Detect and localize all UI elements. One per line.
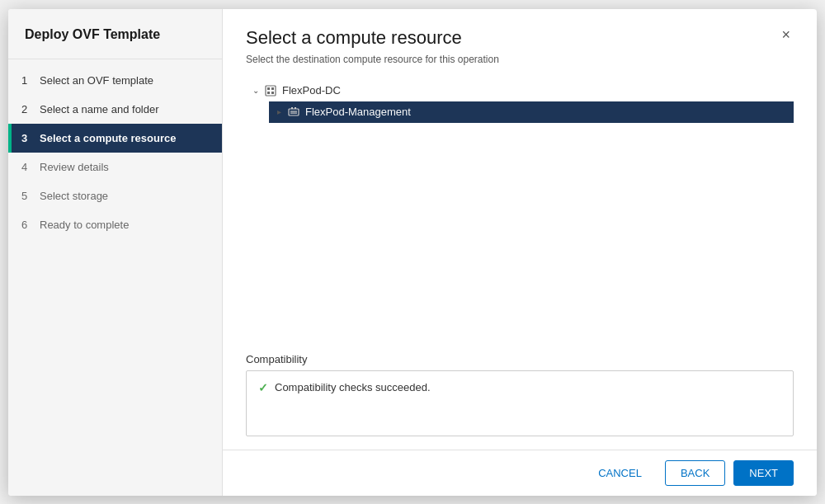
datacenter-icon	[264, 84, 277, 97]
sidebar: Deploy OVF Template 1Select an OVF templ…	[8, 9, 223, 496]
tree-container: ⌄ FlexPod-DC ▸ FlexPod-Management	[246, 77, 794, 126]
step-label: Select storage	[40, 190, 108, 202]
step-item-2[interactable]: 2Select a name and folder	[8, 95, 222, 124]
step-number: 2	[21, 103, 33, 115]
cancel-button[interactable]: CANCEL	[583, 460, 657, 486]
compatibility-section: Compatibility ✓ Compatibility checks suc…	[223, 353, 817, 450]
step-label: Review details	[40, 161, 109, 173]
tree-label-root: FlexPod-DC	[282, 84, 341, 97]
svg-rect-0	[266, 86, 276, 96]
step-list: 1Select an OVF template2Select a name an…	[8, 59, 222, 246]
svg-rect-4	[271, 92, 274, 94]
cluster-icon	[287, 106, 300, 119]
step-item-5: 5Select storage	[8, 181, 222, 210]
step-label: Select a compute resource	[40, 132, 176, 144]
close-button[interactable]: ×	[778, 27, 794, 42]
step-label: Ready to complete	[40, 219, 129, 231]
step-number: 6	[21, 219, 33, 231]
deploy-ovf-dialog: Deploy OVF Template 1Select an OVF templ…	[8, 9, 817, 496]
step-item-6: 6Ready to complete	[8, 210, 222, 239]
step-item-1[interactable]: 1Select an OVF template	[8, 66, 222, 95]
step-number: 1	[21, 74, 33, 87]
main-subtitle: Select the destination compute resource …	[223, 49, 817, 77]
check-icon: ✓	[258, 381, 268, 394]
main-header: Select a compute resource ×	[223, 9, 817, 49]
back-button[interactable]: BACK	[665, 460, 725, 486]
svg-rect-6	[290, 111, 297, 111]
tree-label-child-0: FlexPod-Management	[305, 106, 411, 118]
tree-toggle-root: ⌄	[249, 84, 262, 97]
compatibility-status: ✓ Compatibility checks succeeded.	[258, 381, 781, 394]
compatibility-label: Compatibility	[246, 353, 794, 365]
svg-rect-1	[267, 87, 270, 90]
step-label: Select an OVF template	[40, 74, 153, 87]
svg-rect-2	[271, 87, 274, 90]
svg-rect-3	[267, 92, 270, 94]
compatibility-message: Compatibility checks succeeded.	[275, 381, 431, 393]
step-item-3[interactable]: 3Select a compute resource	[8, 124, 222, 153]
dialog-title: Deploy OVF Template	[8, 9, 222, 59]
next-button[interactable]: NEXT	[733, 460, 794, 486]
step-item-4: 4Review details	[8, 153, 222, 181]
svg-rect-8	[291, 107, 293, 109]
step-number: 3	[21, 132, 33, 144]
step-number: 5	[21, 190, 33, 202]
svg-rect-9	[295, 107, 296, 109]
compatibility-box: ✓ Compatibility checks succeeded.	[246, 370, 794, 436]
tree-item-child-0[interactable]: ▸ FlexPod-Management	[269, 101, 794, 123]
main-title: Select a compute resource	[246, 27, 462, 49]
tree-toggle-child-0: ▸	[272, 106, 285, 119]
svg-rect-7	[290, 112, 297, 113]
main-panel: Select a compute resource × Select the d…	[223, 9, 817, 496]
tree-item-root[interactable]: ⌄ FlexPod-DC	[246, 80, 794, 101]
svg-rect-5	[289, 109, 299, 115]
footer: CANCEL BACK NEXT	[223, 450, 817, 496]
content-area: ⌄ FlexPod-DC ▸ FlexPod-Management	[223, 77, 817, 353]
step-number: 4	[21, 161, 33, 173]
step-label: Select a name and folder	[40, 103, 159, 115]
